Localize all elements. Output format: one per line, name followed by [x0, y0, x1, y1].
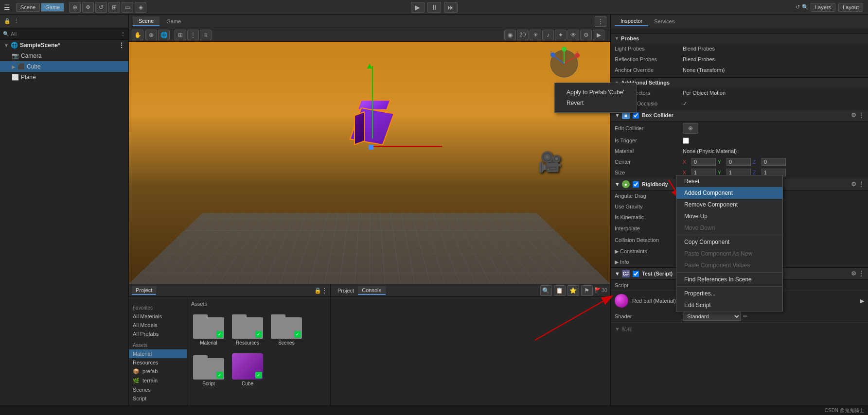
test-script-overflow-icon[interactable]: ⋮	[858, 270, 864, 277]
script-folder-item[interactable]: ✓ Script	[191, 351, 226, 388]
script-sidebar-item[interactable]: Script	[129, 394, 187, 403]
inspector-tab-btn[interactable]: Inspector	[615, 17, 648, 26]
step-button[interactable]: ⏭	[444, 2, 458, 13]
scene-light-btn[interactable]: ☀	[530, 30, 541, 40]
apply-to-prefab-item[interactable]: Apply to Prefab 'Cube'	[563, 87, 628, 98]
terrain-sidebar-item[interactable]: 🌿 terrain	[129, 376, 187, 385]
game-tab[interactable]: Game	[160, 17, 187, 26]
scene-tab[interactable]: Scene	[133, 17, 159, 26]
additional-settings-header[interactable]: ▼ Additional Settings	[611, 77, 868, 87]
hierarchy-item-camera[interactable]: 📷 Camera	[0, 51, 128, 61]
game-tab-btn[interactable]: Game	[41, 3, 64, 12]
rect-tool-btn[interactable]: ▭	[122, 2, 133, 13]
box-collider-enabled-toggle[interactable]	[633, 112, 639, 119]
project-tab-console-btn[interactable]: Project	[334, 287, 358, 294]
hierarchy-item-plane[interactable]: ⬜ Plane	[0, 72, 128, 83]
resources-sidebar-item[interactable]: Resources	[129, 358, 187, 367]
scene-effects-btn[interactable]: ✦	[555, 30, 567, 40]
all-models-item[interactable]: All Models	[129, 321, 187, 329]
context-properties-item[interactable]: Properties...	[676, 288, 782, 299]
scene-snap-btn[interactable]: ⋮	[187, 30, 199, 40]
scenes-sidebar-item[interactable]: 📦 prefab	[129, 367, 187, 376]
rigidbody-overflow-icon[interactable]: ⋮	[858, 181, 864, 188]
layers-dropdown[interactable]: Layers	[811, 3, 835, 12]
context-edit-script-item[interactable]: Edit Script	[676, 299, 782, 311]
scenes-sidebar-item2[interactable]: Scenes	[129, 385, 187, 394]
material-folder-item[interactable]: ✓ Material	[191, 311, 226, 347]
services-tab-btn[interactable]: Services	[648, 17, 680, 26]
context-move-down-item[interactable]: Move Down	[676, 222, 782, 234]
console-filter3-icon[interactable]: ⚑	[581, 285, 593, 296]
center-y-input[interactable]	[726, 158, 751, 166]
center-x-input[interactable]	[691, 158, 716, 166]
hand-tool-btn[interactable]: ✋	[132, 30, 143, 40]
shader-edit-icon[interactable]: ✏	[743, 313, 747, 320]
center-z-input[interactable]	[762, 158, 786, 166]
box-collider-menu-icon[interactable]: ⚙	[851, 112, 856, 119]
context-paste-values-item[interactable]: Paste Component Values	[676, 259, 782, 271]
all-materials-item[interactable]: All Materials	[129, 312, 187, 321]
box-collider-overflow-icon[interactable]: ⋮	[858, 112, 864, 119]
revert-item[interactable]: Revert	[563, 98, 628, 108]
project-menu-icon[interactable]: ⋮	[321, 287, 327, 294]
pause-button[interactable]: ⏸	[427, 2, 441, 13]
resources-folder-item[interactable]: ✓ Resources	[230, 311, 265, 347]
project-tab-btn[interactable]: Project	[132, 286, 156, 295]
scene-audio-btn[interactable]: ♪	[542, 30, 554, 40]
box-collider-header[interactable]: ▼ ■ Box Collider ⚙ ⋮	[611, 109, 868, 121]
context-reset-item[interactable]: Reset	[676, 175, 782, 187]
probes-section-header[interactable]: ▼ Probes	[611, 33, 868, 43]
scene-view-menu-icon[interactable]: ⋮	[595, 16, 606, 27]
hierarchy-item-samplescene[interactable]: ▼ 🌐 SampleScene* ⋮	[0, 40, 128, 51]
scene-global-btn[interactable]: 🌐	[158, 30, 170, 40]
scene-snapping-btn[interactable]: ≡	[200, 30, 212, 40]
resources-asset-label: Resources	[236, 340, 259, 346]
material-row-value[interactable]: None (Physic Material)	[683, 148, 864, 154]
transform-tool-btn[interactable]: ⊕	[69, 2, 81, 13]
context-copy-component-item[interactable]: Copy Component	[676, 236, 782, 248]
layout-dropdown[interactable]: Layout	[838, 3, 863, 12]
reflection-probes-value[interactable]: Blend Probes	[683, 56, 864, 62]
test-script-enabled-toggle[interactable]	[633, 271, 639, 277]
custom-tool-btn[interactable]: ◈	[135, 2, 146, 13]
scene-viewport[interactable]: 🎥 X Y Z < Persp	[129, 42, 610, 284]
context-remove-component-item[interactable]: Remove Component	[676, 199, 782, 210]
cube-asset-item[interactable]: ✓ Cube	[230, 351, 265, 388]
scene-camera-object[interactable]: 🎥	[538, 151, 562, 173]
light-probes-value[interactable]: Blend Probes	[683, 46, 864, 52]
material-sidebar-item[interactable]: Material	[129, 349, 187, 358]
scene-tab-btn[interactable]: Scene	[16, 3, 40, 12]
scene-2d-btn[interactable]: 2D	[517, 30, 529, 40]
hierarchy-item-cube[interactable]: ▶ ⬛ Cube	[0, 61, 128, 72]
search-icon-console[interactable]: 🔍	[540, 285, 552, 296]
console-tab-btn[interactable]: Console	[358, 286, 385, 295]
context-added-component-item[interactable]: Added Component	[676, 187, 782, 199]
play-button[interactable]: ▶	[411, 2, 425, 13]
scene-gizmos-btn[interactable]: ⚙	[580, 30, 592, 40]
scene-hidden-btn[interactable]: 👁	[567, 30, 579, 40]
scenes-folder-item[interactable]: ✓ Scenes	[269, 311, 304, 347]
scene-more-btn[interactable]: ▶	[593, 30, 604, 40]
scene-grid-btn[interactable]: ⊞	[175, 30, 186, 40]
test-script-menu-icon[interactable]: ⚙	[851, 270, 856, 277]
rigidbody-enabled-toggle[interactable]	[633, 181, 639, 188]
scene-shading-btn[interactable]: ◉	[504, 30, 516, 40]
shader-dropdown[interactable]: Standard	[683, 312, 741, 321]
move-tool-btn[interactable]: ✥	[82, 2, 94, 13]
motion-vectors-value[interactable]: Per Object Motion	[683, 90, 864, 96]
context-move-up-item[interactable]: Move Up	[676, 210, 782, 222]
scene-pivot-btn[interactable]: ⊕	[145, 30, 157, 40]
hierarchy-scene-menu[interactable]: ⋮	[119, 42, 124, 49]
scale-tool-btn[interactable]: ⊞	[108, 2, 120, 13]
console-filter2-icon[interactable]: ⭐	[567, 285, 579, 296]
context-paste-new-item[interactable]: Paste Component As New	[676, 248, 782, 259]
all-prefabs-item[interactable]: All Prefabs	[129, 329, 187, 338]
context-find-references-item[interactable]: Find References In Scene	[676, 274, 782, 285]
rigidbody-menu-icon[interactable]: ⚙	[851, 181, 856, 188]
edit-collider-btn[interactable]: ⊕	[683, 123, 698, 134]
anchor-override-value[interactable]: None (Transform)	[683, 67, 864, 73]
material-expand-icon[interactable]: ▶	[860, 298, 864, 304]
rotate-tool-btn[interactable]: ↺	[95, 2, 107, 13]
is-trigger-toggle[interactable]	[683, 138, 689, 144]
console-filter1-icon[interactable]: 📋	[554, 285, 566, 296]
